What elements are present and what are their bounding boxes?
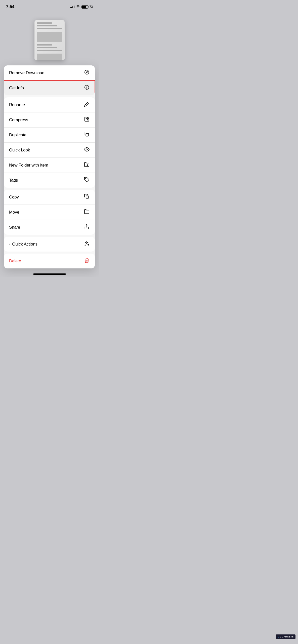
delete-label: Delete xyxy=(9,259,21,264)
delete-icon xyxy=(84,258,90,264)
thumb-line-3 xyxy=(37,28,62,29)
share-label: Share xyxy=(9,225,20,230)
new-folder-icon xyxy=(84,162,90,169)
bar3 xyxy=(72,6,73,8)
thumb-line-6 xyxy=(37,50,62,51)
rename-icon xyxy=(84,101,90,108)
background-area xyxy=(0,13,99,65)
compress-label: Compress xyxy=(9,117,28,123)
menu-item-duplicate[interactable]: Duplicate xyxy=(4,128,95,143)
home-bar xyxy=(33,273,66,275)
compress-icon xyxy=(84,116,90,123)
menu-item-rename[interactable]: Rename xyxy=(4,97,95,112)
menu-item-compress[interactable]: Compress xyxy=(4,112,95,128)
status-icons: 73 xyxy=(70,5,93,9)
battery-indicator: 73 xyxy=(81,5,93,9)
menu-item-quick-actions[interactable]: › Quick Actions xyxy=(4,237,95,252)
thumb-image xyxy=(37,32,62,42)
menu-item-remove-download[interactable]: Remove Download xyxy=(4,65,95,80)
share-icon xyxy=(84,224,90,231)
bar4 xyxy=(74,6,74,8)
new-folder-label: New Folder with Item xyxy=(9,163,48,168)
menu-section-primary: Remove Download Get Info xyxy=(4,65,95,95)
thumb-line-5 xyxy=(37,47,57,48)
quick-actions-icon xyxy=(84,241,90,248)
status-time: 7:54 xyxy=(6,4,14,9)
thumbnail-content xyxy=(35,20,64,60)
thumb-line-4 xyxy=(37,44,52,46)
remove-download-icon xyxy=(84,69,90,76)
move-icon xyxy=(84,209,90,216)
svg-point-6 xyxy=(86,149,88,150)
copy-label: Copy xyxy=(9,195,19,200)
move-label: Move xyxy=(9,210,19,215)
menu-section-tertiary: Copy Move Share xyxy=(4,190,95,235)
duplicate-label: Duplicate xyxy=(9,133,26,138)
wifi-icon xyxy=(76,5,80,9)
quick-look-label: Quick Look xyxy=(9,148,30,153)
svg-rect-10 xyxy=(86,196,89,198)
menu-item-copy[interactable]: Copy xyxy=(4,190,95,205)
menu-item-get-info[interactable]: Get Info xyxy=(4,80,95,95)
quick-actions-left: › Quick Actions xyxy=(9,242,37,247)
bar2 xyxy=(71,7,72,8)
remove-download-label: Remove Download xyxy=(9,70,45,75)
tags-label: Tags xyxy=(9,178,18,183)
copy-icon xyxy=(84,194,90,200)
quick-actions-label: Quick Actions xyxy=(12,242,37,247)
tags-icon xyxy=(84,177,90,184)
thumb-line-2 xyxy=(37,25,57,26)
file-thumbnail xyxy=(34,20,65,60)
thumb-image-2 xyxy=(37,54,62,60)
signal-bars-icon xyxy=(70,5,74,8)
menu-item-quick-look[interactable]: Quick Look xyxy=(4,143,95,158)
svg-rect-5 xyxy=(86,133,89,136)
get-info-label: Get Info xyxy=(9,86,24,91)
quick-look-icon xyxy=(84,147,90,153)
thumb-line-1 xyxy=(37,22,52,24)
svg-rect-4 xyxy=(85,117,89,122)
get-info-icon xyxy=(84,85,90,91)
battery-box xyxy=(81,5,88,9)
rename-label: Rename xyxy=(9,102,25,107)
duplicate-icon xyxy=(84,132,90,138)
menu-section-secondary: Rename Compress Duplicate xyxy=(4,97,95,188)
menu-section-quick-actions: › Quick Actions xyxy=(4,237,95,252)
context-menu: Remove Download Get Info Rename xyxy=(4,65,95,268)
battery-fill xyxy=(82,6,86,8)
menu-item-delete[interactable]: Delete xyxy=(4,254,95,268)
home-indicator xyxy=(0,268,99,277)
battery-text: 73 xyxy=(90,5,93,9)
status-bar: 7:54 73 xyxy=(0,0,99,13)
menu-item-tags[interactable]: Tags xyxy=(4,173,95,188)
svg-point-3 xyxy=(87,86,87,87)
menu-item-move[interactable]: Move xyxy=(4,205,95,220)
menu-section-delete: Delete xyxy=(4,254,95,268)
menu-item-share[interactable]: Share xyxy=(4,220,95,235)
battery-tip xyxy=(89,6,89,8)
menu-item-new-folder[interactable]: New Folder with Item xyxy=(4,158,95,173)
bar1 xyxy=(70,7,71,8)
chevron-right-icon: › xyxy=(9,242,10,246)
